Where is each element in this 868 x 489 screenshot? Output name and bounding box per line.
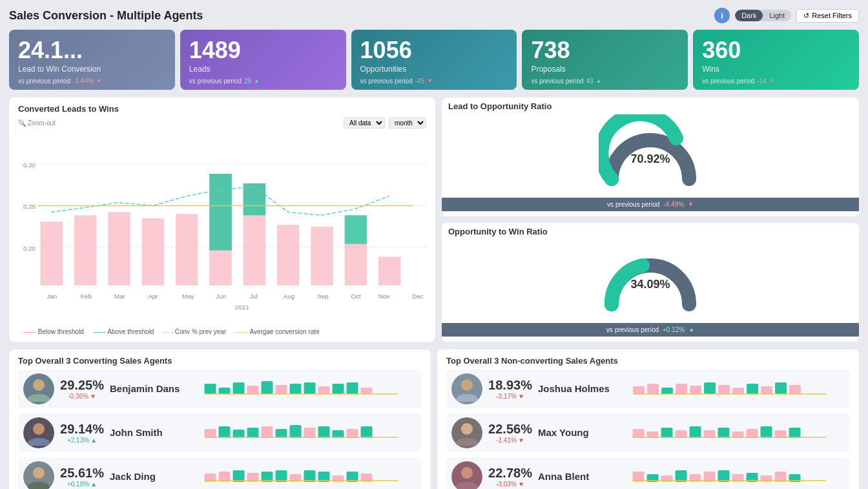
svg-rect-51 bbox=[205, 429, 216, 438]
kpi-footer: vs previous period -45 ▼ bbox=[360, 78, 508, 85]
svg-rect-106 bbox=[775, 430, 787, 438]
agent-avatar-2 bbox=[23, 461, 54, 489]
svg-rect-44 bbox=[318, 386, 330, 394]
svg-rect-89 bbox=[747, 384, 758, 394]
svg-rect-92 bbox=[789, 385, 801, 394]
non-agent-delta-val-2: -3.03% bbox=[496, 481, 517, 488]
kpi-value: 360 bbox=[702, 37, 850, 63]
donut-label-1: 70.92% bbox=[630, 152, 670, 166]
top-converting-panel: Top Overall 3 Converting Sales Agents 29… bbox=[9, 349, 431, 489]
non-agent-sparkline-0 bbox=[615, 376, 845, 402]
kpi-label: Leads bbox=[189, 65, 337, 74]
kpi-value: 738 bbox=[531, 37, 679, 63]
non-agent-sparkline-1 bbox=[614, 420, 845, 446]
svg-rect-100 bbox=[690, 426, 701, 438]
svg-point-35 bbox=[33, 379, 45, 391]
svg-rect-17 bbox=[209, 174, 232, 251]
svg-rect-14 bbox=[311, 227, 333, 286]
kpi-row: 24.1... Lead to Win Conversion vs previo… bbox=[9, 30, 859, 90]
agent-pct-1: 29.14% bbox=[60, 422, 104, 437]
non-agent-row-0: 18.93% -3.17% ▼ Joshua Holmes bbox=[446, 369, 850, 408]
svg-rect-88 bbox=[732, 388, 744, 394]
svg-rect-101 bbox=[704, 430, 716, 438]
svg-rect-86 bbox=[704, 382, 716, 394]
svg-rect-87 bbox=[718, 385, 730, 394]
kpi-footer: vs previous period 43 ▲ bbox=[531, 78, 679, 85]
svg-text:May: May bbox=[182, 292, 194, 299]
svg-rect-55 bbox=[262, 426, 273, 438]
converted-leads-panel: Converted Leads to Wins 🔍 Zoom-out All d… bbox=[9, 98, 435, 342]
svg-text:Jul: Jul bbox=[249, 292, 258, 299]
non-agent-delta-1: -1.41% ▼ bbox=[496, 437, 524, 444]
reset-icon: ↺ bbox=[803, 12, 809, 20]
kpi-card-leads: 1489 Leads vs previous period 29 ▲ bbox=[180, 30, 346, 90]
converted-leads-title: Converted Leads to Wins bbox=[18, 104, 426, 114]
svg-rect-60 bbox=[333, 430, 344, 438]
zoom-out-button[interactable]: 🔍 Zoom-out bbox=[18, 120, 56, 127]
svg-rect-40 bbox=[262, 381, 273, 394]
svg-rect-42 bbox=[290, 384, 302, 394]
svg-rect-9 bbox=[142, 218, 165, 286]
svg-rect-18 bbox=[243, 183, 266, 214]
svg-rect-81 bbox=[633, 386, 645, 394]
lead-opportunity-title: Lead to Opportunity Ratio bbox=[442, 98, 859, 112]
svg-text:Jan: Jan bbox=[46, 292, 57, 299]
legend-above: —— Above threshold bbox=[93, 328, 154, 335]
kpi-label: Wins bbox=[702, 65, 850, 74]
svg-rect-62 bbox=[361, 426, 373, 438]
svg-rect-52 bbox=[219, 426, 231, 438]
chart-legend: —— Below threshold —— Above threshold - … bbox=[18, 328, 426, 335]
header: Sales Conversion - Multiple Agents i Dar… bbox=[9, 8, 859, 23]
svg-rect-96 bbox=[633, 429, 645, 438]
agent-badge-0: 29.25% -0.36% ▼ bbox=[59, 378, 105, 400]
info-button[interactable]: i bbox=[714, 8, 730, 23]
svg-rect-43 bbox=[304, 382, 316, 394]
agent-arrow-1: ▲ bbox=[90, 437, 97, 444]
svg-rect-16 bbox=[378, 256, 401, 285]
agent-badge-2: 25.61% +0.18% ▲ bbox=[59, 466, 105, 488]
month-select[interactable]: month bbox=[389, 118, 426, 129]
kpi-value: 1489 bbox=[189, 37, 337, 63]
svg-text:Mar: Mar bbox=[114, 292, 126, 299]
svg-rect-37 bbox=[219, 388, 231, 394]
agent-avatar-0 bbox=[23, 373, 54, 404]
theme-toggle[interactable]: Dark Light bbox=[735, 10, 791, 21]
svg-rect-98 bbox=[661, 428, 673, 438]
svg-text:0.25: 0.25 bbox=[23, 203, 36, 210]
svg-rect-84 bbox=[676, 384, 687, 394]
theme-light[interactable]: Light bbox=[763, 10, 791, 21]
kpi-vs-label: vs previous period bbox=[702, 78, 754, 85]
svg-rect-38 bbox=[233, 382, 245, 394]
svg-rect-107 bbox=[789, 428, 801, 438]
non-agent-avatar-0 bbox=[451, 373, 482, 404]
theme-dark[interactable]: Dark bbox=[735, 10, 763, 21]
kpi-delta: 29 bbox=[244, 78, 251, 85]
svg-text:2021: 2021 bbox=[235, 304, 249, 311]
all-data-select[interactable]: All data bbox=[344, 118, 385, 129]
svg-rect-58 bbox=[304, 428, 316, 438]
bottom-row: Top Overall 3 Converting Sales Agents 29… bbox=[9, 349, 859, 489]
non-agent-row-2: 22.78% -3.03% ▼ Anna Blent bbox=[446, 457, 850, 489]
kpi-arrow: ▼ bbox=[96, 78, 102, 84]
svg-rect-61 bbox=[347, 429, 358, 438]
agent-name-1: John Smith bbox=[110, 427, 181, 438]
svg-text:Aug: Aug bbox=[284, 292, 295, 299]
agent-delta-val-0: -0.36% bbox=[68, 393, 88, 400]
kpi-delta: 43 bbox=[586, 78, 594, 85]
chart-svg-wrap: 0.30 0.25 0.20 bbox=[18, 131, 426, 327]
gauge-body-1: 70.92% bbox=[442, 112, 859, 198]
chart-toolbar: 🔍 Zoom-out All data month bbox=[18, 118, 426, 129]
svg-rect-85 bbox=[690, 386, 701, 394]
legend-prev-year: - - - Conv % prev year bbox=[163, 328, 226, 335]
reset-filters-button[interactable]: ↺ Reset Filters bbox=[796, 9, 859, 23]
svg-rect-6 bbox=[41, 222, 63, 286]
svg-rect-59 bbox=[318, 426, 330, 438]
kpi-delta: -14 bbox=[757, 78, 766, 85]
agent-name-2: Jack Ding bbox=[110, 471, 181, 482]
non-agent-name-0: Joshua Holmes bbox=[538, 383, 610, 394]
kpi-delta: -1.44% bbox=[73, 78, 94, 85]
kpi-footer: vs previous period 29 ▲ bbox=[189, 78, 337, 85]
zoom-label: Zoom-out bbox=[28, 120, 56, 127]
non-agent-badge-1: 22.56% -1.41% ▼ bbox=[488, 422, 533, 444]
non-agent-badge-0: 18.93% -3.17% ▼ bbox=[488, 378, 533, 400]
